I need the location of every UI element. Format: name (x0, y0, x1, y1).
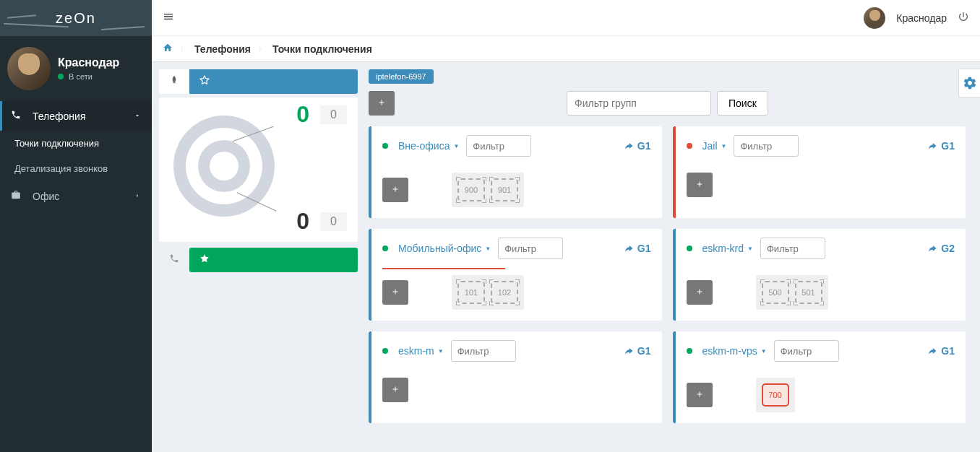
star-bar[interactable] (189, 248, 358, 272)
group-header: Вне-офиса ▼G1 (371, 126, 662, 165)
tab-bar (159, 69, 358, 94)
group-card: Мобильный-офис ▼G1101102 (369, 229, 662, 321)
user-panel: Краснодар В сети (0, 36, 152, 101)
group-header: Jail ▼G1 (676, 126, 966, 165)
add-extension-button[interactable] (687, 280, 713, 305)
nav-telephony[interactable]: Телефония (0, 101, 152, 131)
breadcrumb: 〉 Телефония 〉 Точки подключения (152, 36, 980, 62)
status-dot-icon (687, 143, 692, 149)
add-extension-button[interactable] (382, 280, 408, 305)
status-dot-icon (687, 245, 692, 251)
group-title[interactable]: eskm-m-vps ▼ (702, 345, 767, 357)
avatar (7, 47, 51, 90)
breadcrumb-points: Точки подключения (272, 43, 372, 55)
home-icon[interactable] (163, 43, 173, 55)
server-tag[interactable]: iptelefon-6997 (369, 69, 434, 84)
extension-tile: 101102 (452, 275, 524, 310)
user-status: В сети (58, 72, 119, 81)
group-share-link[interactable]: G1 (625, 243, 651, 254)
right-panel: iptelefon-6997 Поиск Вне-офиса ▼G1900901… (369, 69, 973, 445)
group-filter-input[interactable] (567, 91, 711, 116)
group-body: 101102 (371, 268, 662, 317)
briefcase-icon (11, 190, 25, 202)
group-body (676, 165, 966, 204)
status-dot-icon (382, 245, 388, 251)
add-extension-button[interactable] (687, 173, 713, 197)
phone-icon (11, 110, 25, 122)
logo-text: zeOn (56, 10, 96, 27)
top-avatar[interactable] (864, 7, 885, 29)
nav-connection-points[interactable]: Точки подключения (0, 131, 152, 156)
extension-box[interactable]: 700 (762, 383, 789, 407)
top-user-name[interactable]: Краснодар (896, 12, 947, 24)
stat-top-big: 0 (296, 101, 309, 128)
group-card: eskm-m-vps ▼G1700 (673, 331, 966, 423)
group-card: Jail ▼G1 (673, 126, 966, 218)
group-title[interactable]: Мобильный-офис ▼ (398, 243, 491, 254)
nav-call-detail[interactable]: Детализация звонков (0, 156, 152, 181)
caret-down-icon: ▼ (485, 245, 491, 252)
extension-tile: 900901 (452, 173, 524, 207)
group-title[interactable]: eskm-krd ▼ (702, 243, 753, 254)
group-body (371, 370, 662, 409)
group-share-link[interactable]: G1 (929, 345, 955, 357)
extension-box[interactable]: 900 (457, 178, 485, 201)
group-header: eskm-m-vps ▼G1 (676, 331, 966, 370)
user-name: Краснодар (58, 56, 119, 69)
top-header: Краснодар (152, 0, 980, 36)
donut-stats-card: 0 0 0 0 (159, 97, 358, 242)
caret-down-icon: ▼ (747, 245, 753, 252)
caret-down-icon: ▼ (453, 143, 459, 149)
status-dot-icon (58, 74, 64, 79)
extension-box[interactable]: 101 (457, 281, 485, 304)
breadcrumb-sep: 〉 (180, 44, 187, 54)
group-card: Вне-офиса ▼G1900901 (369, 126, 662, 218)
stat-bot-small: 0 (320, 212, 347, 231)
add-group-button[interactable] (369, 91, 395, 116)
group-body: 900901 (371, 165, 662, 214)
add-extension-button[interactable] (382, 178, 408, 202)
power-icon[interactable] (958, 11, 969, 25)
group-share-link[interactable]: G1 (625, 140, 651, 152)
extension-box[interactable]: 500 (762, 281, 789, 304)
group-header: eskm-m ▼G1 (371, 331, 662, 370)
tab-star-active[interactable] (189, 69, 358, 94)
extension-box[interactable]: 901 (491, 178, 518, 201)
group-share-link[interactable]: G1 (929, 140, 955, 152)
add-extension-button[interactable] (687, 383, 713, 407)
sidebar: zeOn Краснодар В сети Телефония Точки по… (0, 0, 152, 452)
caret-down-icon: ▼ (721, 143, 727, 149)
nav-office-label: Офис (33, 191, 59, 202)
group-title[interactable]: Jail ▼ (702, 140, 727, 152)
filter-row: Поиск (369, 91, 966, 116)
group-filter-input[interactable] (760, 238, 825, 259)
extension-box[interactable]: 501 (795, 281, 822, 304)
group-filter-input[interactable] (734, 135, 799, 157)
phone-icon[interactable] (159, 248, 189, 272)
group-header: eskm-krd ▼G2 (676, 229, 966, 268)
groups-grid: Вне-офиса ▼G1900901Jail ▼G1Мобильный-офи… (369, 126, 966, 423)
group-title[interactable]: eskm-m ▼ (398, 345, 444, 357)
stat-bot-big: 0 (296, 208, 309, 235)
add-extension-button[interactable] (382, 378, 408, 402)
group-share-link[interactable]: G1 (625, 345, 651, 357)
search-button[interactable]: Поиск (717, 91, 768, 116)
menu-toggle-icon[interactable] (163, 11, 174, 25)
group-filter-input[interactable] (451, 340, 516, 362)
left-panel: 0 0 0 0 (159, 69, 358, 445)
group-filter-input[interactable] (498, 238, 563, 259)
group-filter-input[interactable] (774, 340, 839, 362)
group-card: eskm-krd ▼G2500501 (673, 229, 966, 321)
group-title[interactable]: Вне-офиса ▼ (398, 140, 459, 152)
group-filter-input[interactable] (466, 135, 531, 157)
group-card: eskm-m ▼G1 (369, 331, 662, 423)
extension-box[interactable]: 102 (491, 281, 518, 304)
tag-row: iptelefon-6997 (369, 69, 966, 84)
group-share-link[interactable]: G2 (929, 243, 955, 254)
nav-office[interactable]: Офис (0, 181, 152, 211)
tab-rocket[interactable] (159, 69, 189, 94)
extension-tile: 700 (756, 378, 795, 412)
logo: zeOn (0, 0, 152, 36)
breadcrumb-telephony[interactable]: Телефония (194, 43, 251, 55)
status-dot-icon (382, 348, 388, 354)
